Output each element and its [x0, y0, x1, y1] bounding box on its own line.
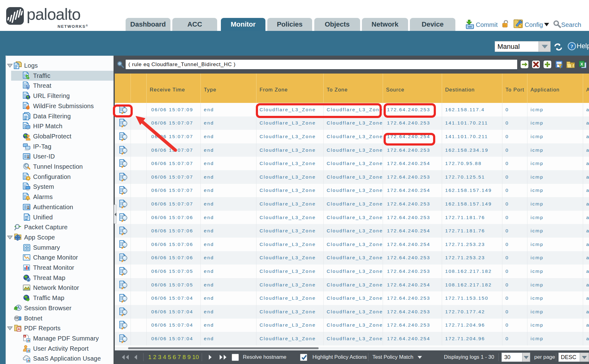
svg-text:A: A — [18, 328, 20, 331]
svg-text:A: A — [24, 335, 26, 338]
svg-text:X: X — [580, 62, 583, 66]
svg-text:x: x — [28, 278, 29, 281]
svg-text:?: ? — [570, 44, 573, 49]
svg-text:x: x — [27, 86, 29, 89]
